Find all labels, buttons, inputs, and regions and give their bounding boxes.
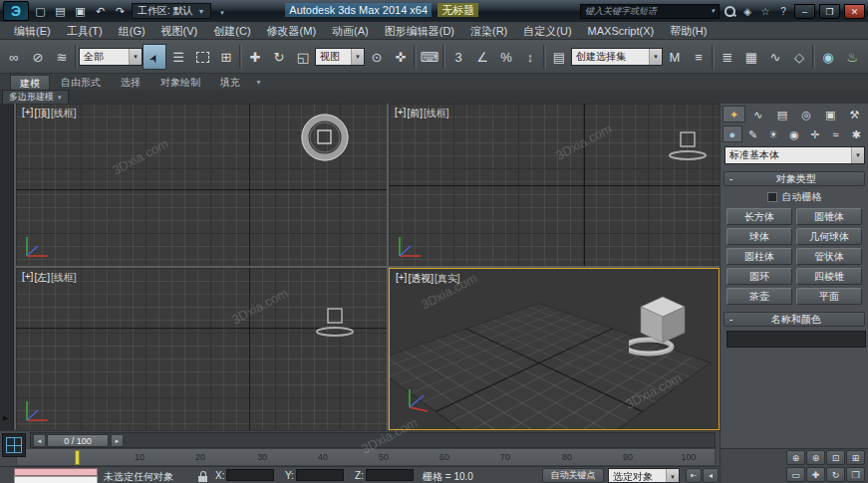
auto-key-button[interactable]: 自动关键点 <box>542 468 604 483</box>
reference-coordinate-dropdown[interactable]: 视图 ▼ <box>315 48 365 66</box>
zoom-extents-all-button[interactable]: ⊞ <box>846 450 865 465</box>
select-and-manipulate-button[interactable]: ✜ <box>389 44 413 70</box>
next-frame-nudge-button[interactable]: ► <box>111 434 124 447</box>
go-to-start-button[interactable]: ⇤ <box>686 468 702 483</box>
maximize-button[interactable]: ❐ <box>819 4 840 19</box>
scene-objects-perspective[interactable] <box>629 291 719 368</box>
communication-center-icon[interactable]: ◈ <box>740 6 754 17</box>
object-name-field[interactable] <box>726 331 866 348</box>
viewport-left[interactable]: [+] [左] [线框] <box>16 268 387 430</box>
percent-snap-button[interactable]: % <box>494 44 518 70</box>
menu-item-customize[interactable]: 自定义(U) <box>515 22 579 40</box>
ribbon-tab-populate[interactable]: 填充 <box>211 75 249 90</box>
viewport-menu-pov[interactable]: [左] <box>34 271 50 285</box>
category-space-warps-button[interactable]: ≈ <box>826 125 846 142</box>
zoom-region-button[interactable]: ▭ <box>786 467 805 482</box>
primitive-tube-button[interactable]: 管状体 <box>796 248 862 265</box>
z-coordinate-field[interactable] <box>366 469 414 481</box>
tab-modify[interactable]: ∿ <box>746 106 769 122</box>
tab-utilities[interactable]: ⚒ <box>843 106 866 122</box>
viewport-menu-shading[interactable]: [真实] <box>434 272 460 286</box>
layout-flyout-arrow-icon[interactable]: ▶ <box>3 414 8 422</box>
keyboard-override-button[interactable]: ⌨ <box>418 44 441 70</box>
maximize-viewport-button[interactable]: ❒ <box>846 467 865 482</box>
angle-snap-button[interactable]: ∠ <box>470 44 494 70</box>
time-marker[interactable] <box>75 450 80 465</box>
category-shapes-button[interactable]: ✎ <box>743 125 763 142</box>
torus-top-view[interactable] <box>297 110 353 165</box>
menu-item-views[interactable]: 视图(V) <box>153 22 206 40</box>
previous-frame-nudge-button[interactable]: ◄ <box>33 434 46 447</box>
layer-manager-button[interactable]: ≣ <box>716 44 739 70</box>
zoom-all-button[interactable]: ⊛ <box>806 450 825 465</box>
primitive-torus-button[interactable]: 圆环 <box>726 268 792 285</box>
viewport-menu-shading[interactable]: [线框] <box>424 107 449 121</box>
ribbon-tab-modeling[interactable]: 建模 <box>10 75 50 90</box>
scene-objects-front-view[interactable] <box>666 129 718 167</box>
select-and-scale-button[interactable]: ◱ <box>291 44 315 70</box>
category-cameras-button[interactable]: ◉ <box>784 125 804 142</box>
menu-item-rendering[interactable]: 渲染(R) <box>462 22 515 40</box>
menu-item-modifiers[interactable]: 修改器(M) <box>259 22 325 40</box>
bind-to-space-warp-button[interactable]: ≋ <box>50 44 74 70</box>
category-systems-button[interactable]: ✱ <box>846 125 866 142</box>
favorites-star-icon[interactable]: ☆ <box>758 6 772 17</box>
viewport-top[interactable]: [+] [顶] [线框] <box>16 104 387 266</box>
tab-hierarchy[interactable]: ▤ <box>770 106 793 122</box>
object-type-rollout-header[interactable]: - 对象类型 <box>723 171 865 186</box>
menu-item-help[interactable]: 帮助(H) <box>662 22 715 40</box>
open-file-button[interactable]: ▤ <box>52 3 69 19</box>
viewport-menu-general[interactable]: [+] <box>396 272 407 286</box>
time-slider-handle[interactable]: 0 / 100 <box>47 434 109 447</box>
category-helpers-button[interactable]: ✛ <box>805 125 825 142</box>
primitive-cylinder-button[interactable]: 圆柱体 <box>726 248 792 265</box>
scene-objects-left-view[interactable] <box>313 306 365 344</box>
rendered-frame-window-button[interactable]: ▭ <box>864 44 868 70</box>
select-and-rotate-button[interactable]: ↻ <box>267 44 291 70</box>
time-slider-track[interactable]: ◄ 0 / 100 ► <box>30 432 716 448</box>
window-crossing-button[interactable]: ⊞ <box>214 44 238 70</box>
workspace-expand-button[interactable]: ▾ <box>214 3 231 19</box>
ribbon-tab-freeform[interactable]: 自由形式 <box>52 75 110 90</box>
track-bar[interactable]: 10 20 30 40 50 60 70 80 90 100 <box>16 448 716 466</box>
select-and-move-button[interactable]: ✚ <box>243 44 267 70</box>
material-editor-button[interactable]: ◉ <box>816 44 840 70</box>
snaps-toggle-button[interactable]: 3 <box>446 44 470 70</box>
graphite-ribbon-toggle-button[interactable]: ▦ <box>739 44 763 70</box>
menu-item-edit[interactable]: 编辑(E) <box>6 22 59 40</box>
primitive-sphere-button[interactable]: 球体 <box>726 228 792 245</box>
mirror-button[interactable]: M <box>663 44 687 70</box>
new-scene-button[interactable]: ▢ <box>32 3 49 19</box>
tab-create[interactable]: ✦ <box>723 106 745 122</box>
primitive-geosphere-button[interactable]: 几何球体 <box>796 228 862 245</box>
curve-editor-button[interactable]: ∿ <box>763 44 787 70</box>
menu-item-tools[interactable]: 工具(T) <box>59 22 111 40</box>
select-object-button[interactable]: ➤ <box>143 44 166 70</box>
previous-frame-button[interactable]: ◂ <box>703 468 719 483</box>
primitive-pyramid-button[interactable]: 四棱锥 <box>796 268 862 285</box>
select-and-link-button[interactable]: ∞ <box>2 44 26 70</box>
viewport-menu-shading[interactable]: [线框] <box>51 271 77 285</box>
viewport-layout-tab-bar[interactable]: ▶ <box>0 104 14 430</box>
ribbon-tab-object-paint[interactable]: 对象绘制 <box>151 75 209 90</box>
selection-filter-dropdown[interactable]: 全部 ▼ <box>79 48 143 66</box>
selected-objects-dropdown[interactable]: 选定对象 ▼ <box>608 468 680 483</box>
name-color-rollout-header[interactable]: - 名称和颜色 <box>723 312 865 327</box>
x-coordinate-field[interactable] <box>226 469 274 481</box>
menu-item-maxscript[interactable]: MAXScript(X) <box>580 22 663 40</box>
autogrid-checkbox[interactable] <box>767 192 777 202</box>
menu-item-group[interactable]: 组(G) <box>111 22 153 40</box>
redo-button[interactable]: ↷ <box>112 3 129 19</box>
y-coordinate-field[interactable] <box>296 469 344 481</box>
help-icon[interactable]: ? <box>776 6 790 17</box>
primitive-cone-button[interactable]: 圆锥体 <box>796 208 862 225</box>
viewport-layout-tabs-button[interactable] <box>2 433 26 457</box>
viewport-menu-pov[interactable]: [顶] <box>34 107 50 121</box>
object-category-dropdown[interactable]: 标准基本体 ▼ <box>724 146 865 164</box>
minimize-button[interactable]: – <box>794 4 815 19</box>
tab-motion[interactable]: ◎ <box>795 106 818 122</box>
viewport-menu-general[interactable]: [+] <box>395 107 406 121</box>
app-menu-button[interactable]: Э <box>3 1 29 21</box>
orbit-button[interactable]: ↻ <box>826 467 845 482</box>
rectangular-selection-region-button[interactable] <box>190 44 214 70</box>
